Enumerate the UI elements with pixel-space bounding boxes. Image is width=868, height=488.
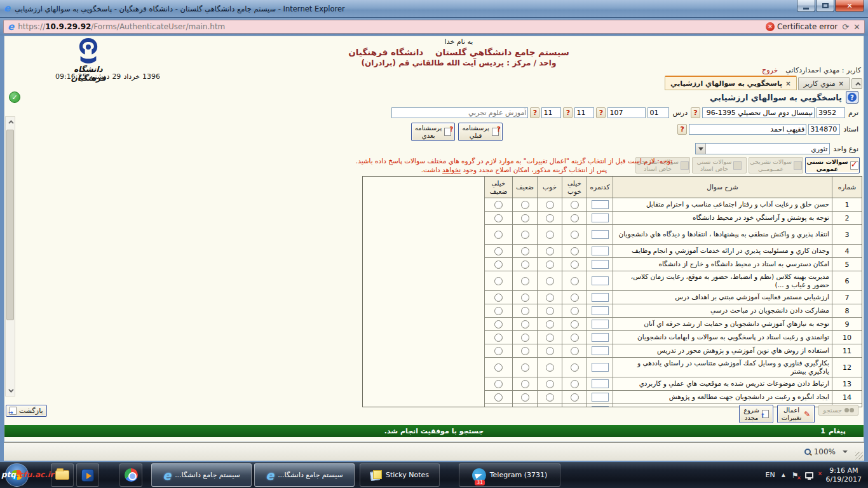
- select-arrow[interactable]: [696, 144, 706, 154]
- radio-very-good[interactable]: [571, 247, 579, 255]
- tab-evaluation[interactable]: × پاسخگويي به سوالهاي ارزشيابي: [665, 76, 796, 90]
- hidden-icons-button[interactable]: ▲: [782, 472, 785, 478]
- radio-very-good[interactable]: [571, 347, 579, 355]
- taskbar-media-player-button[interactable]: [76, 463, 99, 487]
- grade-code-input[interactable]: [592, 214, 609, 222]
- radio-very-good[interactable]: [571, 277, 579, 285]
- radio-very-good[interactable]: [571, 201, 579, 209]
- radio-weak[interactable]: [521, 307, 529, 315]
- grade-code-input[interactable]: [592, 379, 609, 388]
- grade-code-input[interactable]: [592, 247, 609, 255]
- radio-very-good[interactable]: [571, 393, 579, 402]
- zoom-control[interactable]: 100%: [804, 447, 848, 456]
- previous-questionnaire-button[interactable]: ? پرسشنامه قبلي: [458, 123, 502, 141]
- radio-weak[interactable]: [521, 334, 529, 342]
- course-code2-input[interactable]: [607, 107, 646, 118]
- radio-good[interactable]: [546, 214, 554, 222]
- radio-good[interactable]: [546, 201, 554, 209]
- radio-good[interactable]: [546, 334, 554, 342]
- language-indicator[interactable]: EN: [765, 471, 775, 479]
- resize-grip[interactable]: [855, 452, 863, 459]
- radio-weak[interactable]: [521, 407, 529, 408]
- address-field[interactable]: e https://10.9.29.92/Forms/AuthenticateU…: [3, 20, 865, 34]
- term-name-input[interactable]: [702, 107, 815, 118]
- instructor-lookup-icon[interactable]: ?: [677, 124, 687, 135]
- vertical-scrollbar[interactable]: [5, 116, 15, 396]
- radio-very-weak[interactable]: [494, 277, 503, 285]
- tab-user-menu[interactable]: × منوي كاربر: [798, 77, 850, 90]
- grade-code-input[interactable]: [592, 276, 609, 285]
- radio-good[interactable]: [546, 393, 554, 402]
- radio-good[interactable]: [546, 380, 554, 388]
- course-lookup-icon[interactable]: ?: [530, 107, 539, 118]
- stop-icon[interactable]: ✕: [853, 22, 860, 32]
- radio-very-weak[interactable]: [494, 363, 503, 372]
- radio-very-good[interactable]: [571, 294, 579, 302]
- taskbar-sticky-notes-button[interactable]: Sticky Notes: [360, 463, 440, 487]
- radio-weak[interactable]: [521, 261, 529, 269]
- minimize-button[interactable]: [797, 0, 815, 12]
- radio-weak[interactable]: [521, 247, 529, 255]
- instructor-name-input[interactable]: [689, 124, 806, 135]
- radio-good[interactable]: [546, 261, 554, 269]
- radio-very-good[interactable]: [571, 334, 579, 342]
- radio-very-good[interactable]: [571, 320, 579, 329]
- taskbar-ie-window-2[interactable]: e سيستم جامع دانشگا...: [254, 463, 355, 487]
- instructor-code-input[interactable]: [808, 124, 840, 135]
- radio-weak[interactable]: [521, 294, 529, 302]
- radio-very-weak[interactable]: [494, 294, 503, 302]
- grade-code-input[interactable]: [592, 406, 609, 407]
- restart-button[interactable]: ↑ شروع مجدد: [739, 405, 773, 423]
- close-button[interactable]: ✕: [835, 0, 864, 12]
- radio-good[interactable]: [546, 231, 554, 239]
- radio-very-weak[interactable]: [494, 407, 503, 408]
- scroll-down-button[interactable]: [6, 386, 15, 396]
- taskbar-telegram-button[interactable]: Telegram (3731) 31: [459, 463, 560, 487]
- term-code-input[interactable]: [817, 107, 845, 118]
- tab-close-icon[interactable]: ×: [785, 80, 790, 87]
- tab-close-icon[interactable]: ×: [839, 80, 844, 87]
- radio-weak[interactable]: [521, 231, 529, 239]
- logout-link[interactable]: خروج: [762, 66, 778, 74]
- help-button[interactable]: ?: [846, 91, 858, 104]
- taskbar-chrome-button[interactable]: [119, 463, 142, 487]
- course-code3-input[interactable]: [574, 107, 594, 118]
- grade-code-input[interactable]: [592, 260, 609, 269]
- grade-code-input[interactable]: [592, 200, 609, 209]
- refresh-icon[interactable]: ⟳: [842, 22, 849, 32]
- radio-very-good[interactable]: [571, 231, 579, 239]
- radio-very-weak[interactable]: [494, 320, 503, 329]
- taskbar-clock[interactable]: 9:16 AM 6/19/2017: [826, 466, 862, 484]
- course-lookup-icon[interactable]: ?: [563, 107, 573, 118]
- general-test-questions-button[interactable]: ✓ سوالات تستي عمومي: [805, 157, 860, 173]
- radio-weak[interactable]: [521, 393, 529, 402]
- taskbar-explorer-button[interactable]: [51, 463, 74, 487]
- radio-weak[interactable]: [521, 277, 529, 285]
- course-code1-input[interactable]: [648, 107, 669, 118]
- radio-very-good[interactable]: [571, 407, 579, 408]
- course-code4-input[interactable]: [541, 107, 561, 118]
- radio-very-good[interactable]: [571, 261, 579, 269]
- radio-weak[interactable]: [521, 201, 529, 209]
- radio-good[interactable]: [546, 307, 554, 315]
- back-button[interactable]: → بازگشت: [6, 405, 47, 417]
- radio-very-weak[interactable]: [494, 380, 503, 388]
- radio-good[interactable]: [546, 294, 554, 302]
- radio-weak[interactable]: [521, 363, 529, 372]
- radio-good[interactable]: [546, 247, 554, 255]
- course-lookup-icon[interactable]: ?: [596, 107, 606, 118]
- apply-changes-button[interactable]: ✎ اعمال تغييرات: [777, 405, 815, 423]
- grade-code-input[interactable]: [592, 306, 609, 315]
- scrollbar-thumb[interactable]: [6, 130, 14, 320]
- radio-very-weak[interactable]: [494, 393, 503, 402]
- unit-type-select[interactable]: تئوري: [695, 143, 830, 154]
- radio-good[interactable]: [546, 320, 554, 329]
- term-lookup-icon[interactable]: ?: [691, 107, 700, 118]
- search-button[interactable]: جستجو: [818, 405, 858, 416]
- radio-good[interactable]: [546, 363, 554, 372]
- grade-code-input[interactable]: [592, 293, 609, 302]
- radio-very-good[interactable]: [571, 214, 579, 222]
- general-essay-questions-button[interactable]: سوالات تشريحي عمــومــي: [749, 157, 803, 173]
- radio-very-weak[interactable]: [494, 307, 503, 315]
- radio-very-good[interactable]: [571, 363, 579, 372]
